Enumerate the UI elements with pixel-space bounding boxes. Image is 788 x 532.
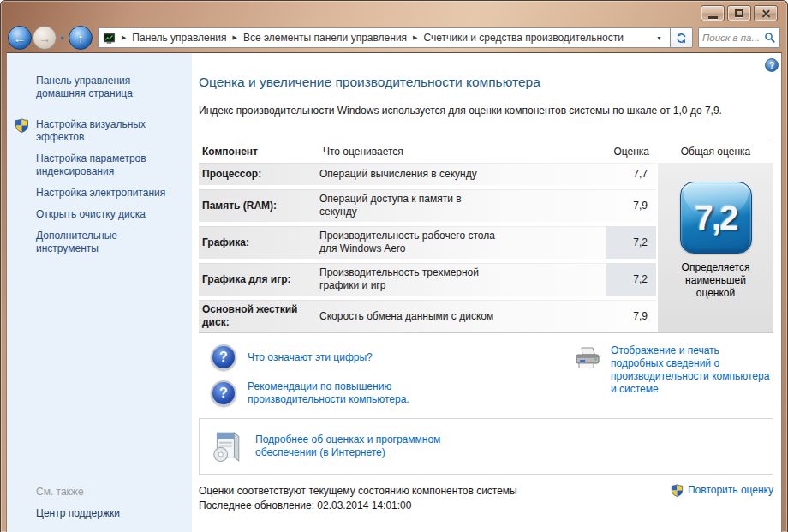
uac-shield-icon	[671, 484, 684, 497]
intro-text: Индекс производительности Windows исполь…	[199, 105, 766, 117]
search-icon[interactable]	[764, 32, 776, 44]
link-print-details[interactable]: Отображение и печать подробных сведений …	[574, 344, 773, 406]
table-header: Компонент Что оценивается Оценка Общая о…	[199, 140, 773, 163]
printer-icon	[574, 346, 601, 370]
breadcrumb-performance-tools[interactable]: Счетчики и средства производительности	[423, 32, 623, 44]
up-arrow-icon: ↑	[77, 32, 84, 45]
link-label[interactable]: Рекомендации по повышению производительн…	[248, 380, 445, 406]
maximize-button[interactable]	[727, 5, 751, 21]
forward-button[interactable]: →	[33, 26, 57, 50]
back-arrow-icon: ←	[14, 32, 27, 45]
breadcrumb-control-panel[interactable]: Панель управления	[132, 32, 226, 44]
performance-table: Компонент Что оценивается Оценка Общая о…	[199, 140, 773, 333]
sidebar-item-label: Дополнительные инструменты	[36, 230, 117, 254]
overall-score-panel: 7,2 Определяется наименьшей оценкой	[658, 163, 773, 332]
column-header-description: Что оценивается	[323, 146, 600, 158]
up-button[interactable]: ↑	[69, 26, 93, 50]
window-controls	[701, 5, 778, 21]
column-header-overall: Общая оценка	[658, 146, 773, 158]
minimize-button[interactable]	[701, 5, 725, 21]
sidebar-item-advanced-tools[interactable]: Дополнительные инструменты	[36, 230, 180, 255]
last-update-text: Последнее обновление: 02.03.2014 14:01:0…	[199, 499, 517, 513]
link-label[interactable]: Повторить оценку	[688, 484, 773, 497]
recent-pages-dropdown-icon[interactable]: ▼	[57, 35, 68, 41]
sidebar-item-indexing-options[interactable]: Настройка параметров индексирования	[36, 152, 180, 178]
table-row: Память (RAM): Операций доступа к памяти …	[199, 189, 656, 222]
sidebar-item-action-center[interactable]: Центр поддержки	[36, 507, 120, 519]
address-dropdown-icon[interactable]: ▼	[653, 35, 666, 41]
question-icon: ?	[211, 344, 236, 370]
uac-shield-icon	[15, 118, 29, 133]
question-icon: ?	[211, 380, 236, 406]
see-also-header: См. также	[36, 486, 120, 498]
component-description: Производительность трехмерной графики и …	[319, 263, 499, 296]
column-header-score: Оценка	[600, 146, 658, 158]
component-description: Операций доступа к памяти в секунду	[319, 189, 499, 222]
rerun-assessment-link[interactable]: Повторить оценку	[671, 484, 773, 497]
explorer-window: ← → ▼ ↑ ▶ Панель управления ▶ Все элемен…	[0, 0, 788, 532]
column-header-component: Компонент	[199, 146, 323, 158]
component-score: 7,7	[606, 163, 656, 185]
performance-monitor-icon	[103, 32, 116, 45]
component-name: Графика для игр:	[199, 270, 319, 290]
component-name: Основной жесткий диск:	[199, 300, 319, 332]
table-row: Графика для игр: Производительность трех…	[199, 263, 656, 296]
sidebar-item-label: Настройка визуальных эффектов	[36, 118, 146, 143]
address-bar-group: ▶ Панель управления ▶ Все элементы панел…	[98, 27, 693, 48]
software-box-icon	[210, 430, 242, 463]
link-label[interactable]: Отображение и печать подробных сведений …	[611, 344, 773, 396]
component-name: Графика:	[199, 233, 319, 253]
breadcrumb-separator-icon: ▶	[120, 34, 128, 41]
base-score-badge: 7,2	[680, 182, 752, 254]
forward-arrow-icon: →	[39, 32, 51, 45]
component-score: 7,9	[606, 189, 656, 222]
sidebar-item-power-settings[interactable]: Настройка электропитания	[36, 187, 180, 200]
maximize-icon	[735, 9, 743, 17]
help-links-section: ? Что означают эти цифры? ? Рекомендации…	[199, 344, 773, 406]
link-improve-performance-tips[interactable]: ? Рекомендации по повышению производител…	[211, 380, 445, 406]
address-bar[interactable]: ▶ Панель управления ▶ Все элементы панел…	[98, 27, 670, 48]
component-name: Память (RAM):	[199, 196, 319, 216]
link-online-info[interactable]: Подробнее об оценках и программном обесп…	[255, 433, 469, 459]
component-score-lowest: 7,2	[606, 226, 656, 259]
navigation-toolbar: ← → ▼ ↑ ▶ Панель управления ▶ Все элемен…	[1, 23, 787, 52]
breadcrumb-all-items[interactable]: Все элементы панели управления	[243, 32, 407, 44]
sidebar-item-control-panel-home[interactable]: Панель управления - домашняя страница	[36, 75, 180, 100]
refresh-icon	[675, 32, 688, 45]
sidebar-item-label: Настройка параметров индексирования	[36, 152, 146, 177]
component-description: Операций вычисления в секунду	[319, 164, 499, 184]
title-bar	[1, 1, 787, 23]
refresh-button[interactable]	[670, 27, 693, 48]
close-icon	[761, 8, 772, 19]
sidebar-item-disk-cleanup[interactable]: Открыть очистку диска	[36, 208, 180, 221]
status-footer: Оценки соответствуют текущему состоянию …	[199, 484, 773, 513]
minimize-icon	[708, 16, 718, 19]
table-rows: Процессор: Операций вычисления в секунду…	[199, 163, 656, 332]
close-button[interactable]	[754, 5, 778, 21]
page-title: Оценка и увеличение производительности к…	[199, 75, 773, 90]
table-row: Процессор: Операций вычисления в секунду…	[199, 163, 656, 185]
base-score-caption: Определяется наименьшей оценкой	[668, 261, 764, 300]
sidebar-item-visual-effects[interactable]: Настройка визуальных эффектов	[36, 118, 180, 144]
back-button[interactable]: ←	[8, 26, 32, 50]
status-text: Оценки соответствуют текущему состоянию …	[199, 484, 517, 499]
component-description: Скорость обмена данными с диском	[319, 307, 499, 326]
link-label[interactable]: Что означают эти цифры?	[248, 351, 373, 364]
help-icon[interactable]: ?	[765, 58, 779, 72]
component-score-lowest: 7,2	[606, 263, 656, 296]
table-row: Основной жесткий диск: Скорость обмена д…	[199, 300, 656, 332]
sidebar: Панель управления - домашняя страница На…	[7, 53, 192, 532]
breadcrumb-separator-icon: ▶	[231, 34, 239, 41]
search-input[interactable]	[702, 33, 764, 43]
component-name: Процессор:	[199, 164, 319, 184]
base-score-value: 7,2	[695, 199, 737, 237]
sidebar-item-label: Открыть очистку диска	[36, 208, 146, 220]
online-info-box: Подробнее об оценках и программном обесп…	[199, 418, 773, 475]
main-content: ? Оценка и увеличение производительности…	[192, 53, 781, 532]
component-description: Производительность рабочего стола для Wi…	[319, 226, 499, 259]
link-what-do-numbers-mean[interactable]: ? Что означают эти цифры?	[211, 344, 445, 370]
client-area: Панель управления - домашняя страница На…	[6, 52, 782, 532]
breadcrumb-separator-icon: ▶	[411, 34, 419, 41]
sidebar-item-label: Настройка электропитания	[36, 187, 165, 199]
search-box	[698, 27, 780, 48]
